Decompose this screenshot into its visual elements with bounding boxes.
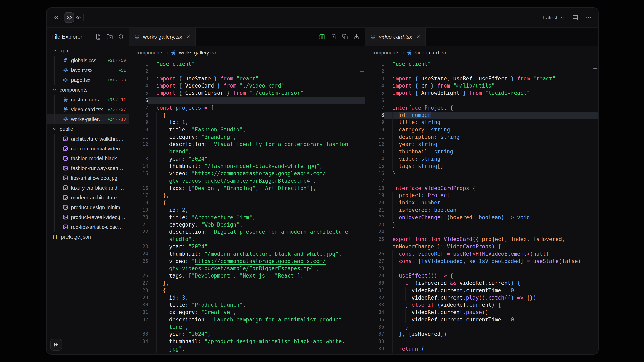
code-line[interactable]: onHoverChange }: VideoCardProps) { xyxy=(366,243,598,250)
tree-file-custom-curs[interactable]: custom-curs…+33/-12 xyxy=(46,95,129,104)
code-line[interactable]: 21 isHovered: boolean xyxy=(366,207,598,214)
code-line[interactable]: 12 description: "Visual identity for a c… xyxy=(130,141,365,148)
code-line[interactable]: 8 { xyxy=(130,112,365,119)
code-line[interactable]: 32 description: "Launch campaign for a m… xyxy=(130,316,365,324)
code-line[interactable]: 13 year: "2024", xyxy=(130,155,365,163)
code-line[interactable]: studio", xyxy=(130,236,365,243)
code-line[interactable]: 33 } else if (videoRef.current) { xyxy=(366,301,598,309)
file-diff-icon[interactable] xyxy=(331,34,336,39)
tree-file-red-lips-artistic-close[interactable]: red-lips-artistic-close… xyxy=(46,222,129,232)
tree-folder-app[interactable]: app xyxy=(46,46,129,55)
code-line[interactable]: 30 title: "Product Launch", xyxy=(130,301,365,309)
tree-file-page.tsx[interactable]: page.tsx+81/-28 xyxy=(46,75,129,85)
code-line[interactable]: 28 { xyxy=(130,287,365,294)
tree-file-car-commercial-video[interactable]: car-commercial-video… xyxy=(46,144,129,153)
code-line[interactable]: 6 xyxy=(366,97,598,104)
code-line[interactable]: 26 const videoRef = useRef<HTMLVideoElem… xyxy=(366,250,598,258)
code-line[interactable]: 6 xyxy=(130,97,365,104)
code-line[interactable]: 25 video: "https://commondatastorage.goo… xyxy=(130,258,365,265)
code-line[interactable]: 22 description: "Digital presence for a … xyxy=(130,228,365,236)
tree-file-lips-artistic-video.jpg[interactable]: lips-artistic-video.jpg xyxy=(46,173,129,183)
code-line[interactable]: 3import { useState } from "react" xyxy=(130,75,365,82)
code-line[interactable]: 4import { VideoCard } from "./video-card… xyxy=(130,82,365,90)
breadcrumb-file[interactable]: works-gallery.tsx xyxy=(179,50,217,56)
new-folder-icon[interactable] xyxy=(106,34,113,40)
code-line[interactable]: 21 category: "Web Design", xyxy=(130,221,365,229)
code-editor-works-gallery[interactable]: 1"use client"23import { useState } from … xyxy=(130,59,365,355)
code-line[interactable]: 33 year: "2024", xyxy=(130,331,365,338)
code-line[interactable]: 35 videoRef.current.currentTime = 0 xyxy=(366,316,598,324)
breadcrumb-folder[interactable]: components xyxy=(136,50,163,56)
code-line[interactable]: 10 title: "Fashion Studio", xyxy=(130,126,365,133)
code-line[interactable]: 2 xyxy=(130,68,365,75)
code-line[interactable]: 2 xyxy=(366,68,598,75)
code-line[interactable]: 9 id: 1, xyxy=(130,119,365,126)
code-line[interactable]: jpg", xyxy=(130,345,365,353)
tree-file-globals.css[interactable]: #globals.css+51/-50 xyxy=(46,55,129,65)
split-diff-icon[interactable] xyxy=(319,34,325,40)
code-line[interactable]: 38 xyxy=(366,338,598,345)
collapse-sidebar-button[interactable] xyxy=(50,339,62,351)
code-line[interactable]: 27 const [isVideoLoaded, setIsVideoLoade… xyxy=(366,258,598,265)
code-line[interactable]: 23} xyxy=(366,221,598,229)
new-file-icon[interactable] xyxy=(95,34,101,40)
tree-file-product-reveal-video.j[interactable]: product-reveal-video.j… xyxy=(46,212,129,222)
tree-file-package.json[interactable]: {}package.json xyxy=(46,232,129,242)
code-line[interactable]: 10 category: string xyxy=(366,126,598,133)
code-line[interactable]: 5import { ArrowUpRight } from "lucide-re… xyxy=(366,90,598,97)
code-line[interactable]: 24 xyxy=(366,228,598,236)
tree-folder-public[interactable]: public xyxy=(46,124,129,134)
code-line[interactable]: 18 { xyxy=(130,199,365,207)
code-line[interactable]: 4import { cn } from "@/lib/utils" xyxy=(366,82,598,90)
panel-bottom-icon[interactable] xyxy=(572,14,578,20)
code-line[interactable]: 27 }, xyxy=(130,280,365,287)
code-line[interactable]: 31 videoRef.current.currentTime = 0 xyxy=(366,287,598,294)
code-editor-video-card[interactable]: 1"use client"23import { useState, useRef… xyxy=(366,59,598,355)
code-line[interactable]: 28 xyxy=(366,265,598,272)
tab-video-card[interactable]: video-card.tsx ✕ xyxy=(366,28,426,46)
code-line[interactable]: 1"use client" xyxy=(366,60,598,68)
code-line[interactable]: 7interface Project { xyxy=(366,104,598,112)
code-line[interactable]: brand", xyxy=(130,148,365,155)
code-line[interactable]: 12 year: string xyxy=(366,141,598,148)
code-line[interactable]: 25export function VideoCard({ project, i… xyxy=(366,236,598,243)
tree-file-fashion-model-black-[interactable]: fashion-model-black-… xyxy=(46,153,129,163)
code-line[interactable]: 11 category: "Branding", xyxy=(130,133,365,141)
code-line[interactable]: 1"use client" xyxy=(130,60,365,68)
version-selector[interactable]: Latest xyxy=(543,14,565,21)
code-line[interactable]: 29 id: 3, xyxy=(130,294,365,302)
code-line[interactable]: 14 video: string xyxy=(366,155,598,163)
code-line[interactable]: 19 project: Project xyxy=(366,192,598,199)
code-line[interactable]: 15 tags: string[] xyxy=(366,163,598,170)
code-line[interactable]: 22 onHoverChange: (hovered: boolean) => … xyxy=(366,214,598,221)
code-line[interactable]: 15 video: "https://commondatastorage.goo… xyxy=(130,170,365,177)
code-line[interactable]: 31 category: "Creative", xyxy=(130,309,365,316)
tree-file-product-design-minim[interactable]: product-design-minim… xyxy=(46,202,129,212)
code-line[interactable]: gtv-videos-bucket/sample/ForBiggerEscape… xyxy=(130,265,365,272)
code-line[interactable]: 13 thumbnail: string xyxy=(366,148,598,155)
breadcrumb-file[interactable]: video-card.tsx xyxy=(415,50,447,56)
code-line[interactable]: 18interface VideoCardProps { xyxy=(366,185,598,192)
code-line[interactable]: line", xyxy=(130,324,365,331)
tab-works-gallery[interactable]: works-gallery.tsx ✕ xyxy=(130,28,196,46)
tree-file-fashion-runway-scen[interactable]: fashion-runway-scen… xyxy=(46,163,129,173)
tree-file-architecture-walkthro[interactable]: architecture-walkthro… xyxy=(46,134,129,144)
tree-folder-components[interactable]: components xyxy=(46,85,129,95)
code-line[interactable]: 20 title: "Architecture Firm", xyxy=(130,214,365,221)
code-line[interactable]: 37 }, [isHovered]) xyxy=(366,331,598,338)
code-line[interactable]: 26 tags: ["Development", "Next.js", "Rea… xyxy=(130,272,365,280)
code-line[interactable]: 11 description: string xyxy=(366,133,598,141)
code-line[interactable]: 36 } xyxy=(366,324,598,331)
code-line[interactable]: 34 thumbnail: "/product-design-minimalis… xyxy=(130,338,365,345)
code-line[interactable]: 17 xyxy=(366,177,598,185)
code-toggle-button[interactable] xyxy=(74,12,83,23)
code-line[interactable]: 14 thumbnail: "/fashion-model-black-and-… xyxy=(130,163,365,170)
preview-toggle-button[interactable] xyxy=(64,12,74,23)
code-line[interactable]: 8 id: number xyxy=(366,112,598,119)
close-tab-icon[interactable]: ✕ xyxy=(416,34,420,39)
code-line[interactable]: 34 videoRef.current.pause() xyxy=(366,309,598,316)
tree-file-works-galler[interactable]: works-galler…+24/-13 xyxy=(46,114,129,124)
code-line[interactable]: 16} xyxy=(366,170,598,177)
code-line[interactable]: 24 thumbnail: "/modern-architecture-blac… xyxy=(130,250,365,258)
code-line[interactable]: 17 }, xyxy=(130,192,365,199)
